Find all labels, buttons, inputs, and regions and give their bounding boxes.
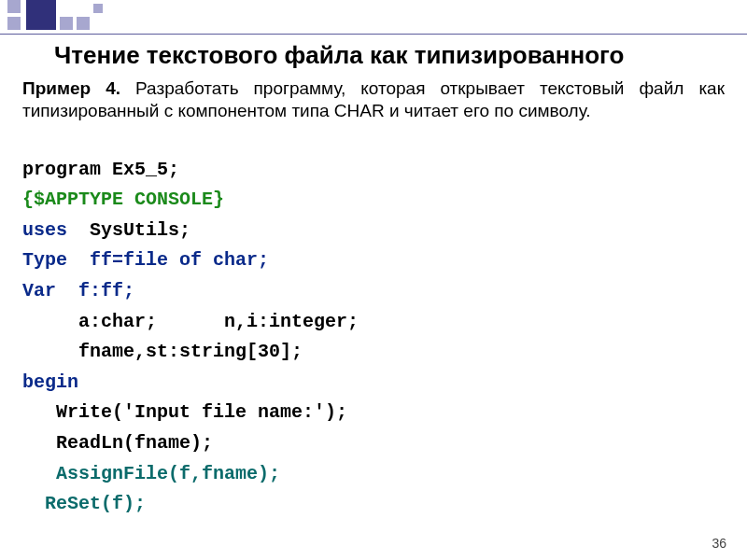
code-text: SysUtils; <box>67 219 190 241</box>
code-line: Var f:ff; <box>22 276 730 307</box>
code-line: ReSet(f); <box>22 489 730 520</box>
code-line: program Ex5_5; <box>22 155 730 186</box>
example-paragraph: Пример 4. Разработать программу, которая… <box>22 77 725 123</box>
code-line: AssignFile(f,fname); <box>22 459 730 490</box>
page-number: 36 <box>712 536 726 551</box>
code-call: ReSet(f); <box>45 493 146 514</box>
deco-square <box>77 17 90 30</box>
code-line: uses SysUtils; <box>22 216 730 246</box>
deco-square <box>93 4 103 13</box>
page-title: Чтение текстового файла как типизированн… <box>54 41 730 70</box>
example-text: Разработать программу, которая открывает… <box>22 78 725 120</box>
code-keyword: Var <box>22 280 56 301</box>
code-keyword: uses <box>22 219 67 241</box>
code-text: f:ff; <box>56 280 134 301</box>
example-label: Пример 4. <box>22 78 120 98</box>
code-keyword: Type <box>22 249 67 271</box>
deco-square-dark <box>26 0 56 30</box>
code-line: fname,st:string[30]; <box>22 337 730 368</box>
slide-content: Чтение текстового файла как типизированн… <box>0 39 747 520</box>
code-indent <box>22 463 56 484</box>
deco-square <box>7 17 21 30</box>
code-line: Type ff=file of char; <box>22 245 730 276</box>
header-rule <box>0 34 747 35</box>
deco-square <box>7 0 21 13</box>
code-line: {$APPTYPE CONSOLE} <box>22 185 730 216</box>
deco-square <box>60 17 73 30</box>
code-line: a:char; n,i:integer; <box>22 307 730 338</box>
code-text: ff=file of char; <box>67 249 269 271</box>
code-line: Write('Input file name:'); <box>22 398 730 428</box>
code-block: program Ex5_5; {$APPTYPE CONSOLE} uses S… <box>22 155 730 520</box>
code-call: AssignFile(f,fname); <box>56 463 280 484</box>
code-line: begin <box>22 368 730 399</box>
code-indent <box>22 493 45 514</box>
code-line: ReadLn(fname); <box>22 428 730 459</box>
